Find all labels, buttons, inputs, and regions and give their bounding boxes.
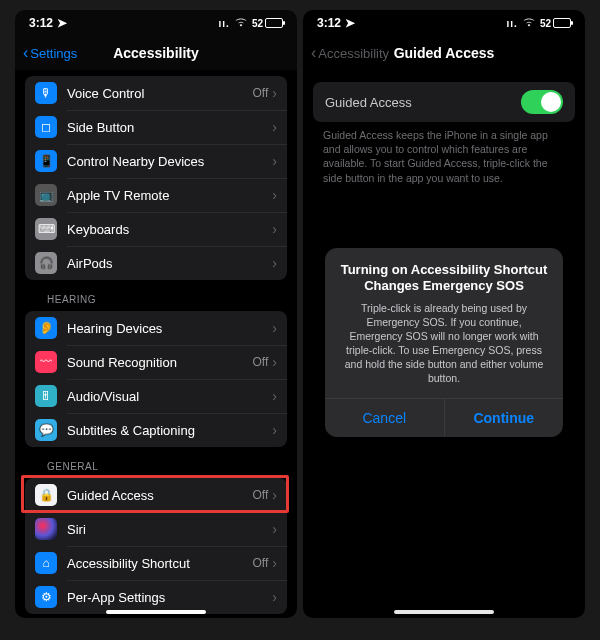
home-indicator[interactable] — [106, 610, 206, 614]
sound-recognition-icon: 〰 — [35, 351, 57, 373]
per-app-settings-icon: ⚙ — [35, 586, 57, 608]
row-label: Audio/Visual — [67, 389, 272, 404]
chevron-right-icon: › — [272, 422, 277, 438]
row-label: Siri — [67, 522, 272, 537]
emergency-sos-alert: Turning on Accessibility Shortcut Change… — [325, 248, 563, 437]
audio-visual-icon: 🎚 — [35, 385, 57, 407]
page-title: Accessibility — [113, 45, 199, 61]
battery-icon: 52 — [252, 18, 283, 29]
row-label: Side Button — [67, 120, 272, 135]
row-label: Keyboards — [67, 222, 272, 237]
chevron-right-icon: › — [272, 388, 277, 404]
row-label: Apple TV Remote — [67, 188, 272, 203]
chevron-right-icon: › — [272, 354, 277, 370]
chevron-right-icon: › — [272, 119, 277, 135]
location-icon: ➤ — [345, 16, 355, 30]
settings-row[interactable]: 👂Hearing Devices› — [25, 311, 287, 345]
row-label: Subtitles & Captioning — [67, 423, 272, 438]
apple-tv-remote-icon: 📺 — [35, 184, 57, 206]
row-label: Sound Recognition — [67, 355, 253, 370]
settings-row[interactable]: 💬Subtitles & Captioning› — [25, 413, 287, 447]
subtitles-captioning-icon: 💬 — [35, 419, 57, 441]
settings-row[interactable]: 〰Sound RecognitionOff› — [25, 345, 287, 379]
alert-continue-button[interactable]: Continue — [444, 399, 564, 437]
home-indicator[interactable] — [394, 610, 494, 614]
chevron-left-icon: ‹ — [311, 45, 316, 61]
status-bar: 3:12 ➤ ıı. 52 — [15, 10, 297, 36]
chevron-right-icon: › — [272, 521, 277, 537]
alert-cancel-button[interactable]: Cancel — [325, 399, 444, 437]
row-status: Off — [253, 355, 269, 369]
chevron-right-icon: › — [272, 187, 277, 203]
row-status: Off — [253, 86, 269, 100]
back-button[interactable]: ‹ Settings — [23, 45, 113, 61]
settings-row[interactable]: Siri› — [25, 512, 287, 546]
alert-message: Triple-click is already being used by Em… — [339, 301, 549, 386]
control-nearby-devices-icon: 📱 — [35, 150, 57, 172]
chevron-right-icon: › — [272, 589, 277, 605]
screenshot-accessibility-settings: 3:12 ➤ ıı. 52 ‹ Settings — [15, 10, 297, 618]
settings-group: 🔒Guided AccessOff›Siri›⌂Accessibility Sh… — [25, 478, 287, 614]
settings-row[interactable]: 🎧AirPods› — [25, 246, 287, 280]
back-label: Accessibility — [318, 46, 389, 61]
row-label: Per-App Settings — [67, 590, 272, 605]
nav-header: ‹ Accessibility Guided Access — [303, 36, 585, 70]
status-time: 3:12 — [29, 16, 53, 30]
settings-row[interactable]: ⚙Per-App Settings› — [25, 580, 287, 614]
row-status: Off — [253, 556, 269, 570]
row-label: Guided Access — [67, 488, 253, 503]
row-label: Hearing Devices — [67, 321, 272, 336]
toggle-label: Guided Access — [325, 95, 521, 110]
settings-row[interactable]: 📱Control Nearby Devices› — [25, 144, 287, 178]
status-bar: 3:12 ➤ ıı. 52 — [303, 10, 585, 36]
guided-access-toggle-row[interactable]: Guided Access — [313, 82, 575, 122]
side-button-icon: ◻ — [35, 116, 57, 138]
settings-row[interactable]: 📺Apple TV Remote› — [25, 178, 287, 212]
location-icon: ➤ — [57, 16, 67, 30]
row-label: Voice Control — [67, 86, 253, 101]
back-button[interactable]: ‹ Accessibility — [311, 45, 394, 61]
screenshot-guided-access: 3:12 ➤ ıı. 52 ‹ Accessibility Guided Acc… — [303, 10, 585, 618]
siri-icon — [35, 518, 57, 540]
chevron-right-icon: › — [272, 487, 277, 503]
battery-icon: 52 — [540, 18, 571, 29]
alert-title: Turning on Accessibility Shortcut Change… — [339, 262, 549, 295]
settings-group: 🎙Voice ControlOff›◻Side Button›📱Control … — [25, 76, 287, 280]
cellular-signal-icon: ıı. — [507, 18, 518, 29]
accessibility-shortcut-icon: ⌂ — [35, 552, 57, 574]
keyboards-icon: ⌨ — [35, 218, 57, 240]
wifi-icon — [234, 17, 248, 29]
settings-row[interactable]: 🎙Voice ControlOff› — [25, 76, 287, 110]
settings-row[interactable]: ◻Side Button› — [25, 110, 287, 144]
chevron-right-icon: › — [272, 221, 277, 237]
row-label: Control Nearby Devices — [67, 154, 272, 169]
toggle-switch[interactable] — [521, 90, 563, 114]
chevron-right-icon: › — [272, 85, 277, 101]
airpods-icon: 🎧 — [35, 252, 57, 274]
guided-access-help-text: Guided Access keeps the iPhone in a sing… — [303, 122, 585, 185]
chevron-right-icon: › — [272, 555, 277, 571]
chevron-left-icon: ‹ — [23, 45, 28, 61]
row-label: AirPods — [67, 256, 272, 271]
page-title: Guided Access — [394, 45, 495, 61]
wifi-icon — [522, 17, 536, 29]
section-header: HEARING — [15, 280, 297, 311]
cellular-signal-icon: ıı. — [219, 18, 230, 29]
row-status: Off — [253, 488, 269, 502]
hearing-devices-icon: 👂 — [35, 317, 57, 339]
settings-row[interactable]: ⌨Keyboards› — [25, 212, 287, 246]
back-label: Settings — [30, 46, 77, 61]
settings-row[interactable]: 🎚Audio/Visual› — [25, 379, 287, 413]
chevron-right-icon: › — [272, 153, 277, 169]
settings-scroll[interactable]: 🎙Voice ControlOff›◻Side Button›📱Control … — [15, 70, 297, 618]
status-time: 3:12 — [317, 16, 341, 30]
row-label: Accessibility Shortcut — [67, 556, 253, 571]
settings-group: 👂Hearing Devices›〰Sound RecognitionOff›🎚… — [25, 311, 287, 447]
voice-control-icon: 🎙 — [35, 82, 57, 104]
guided-access-icon: 🔒 — [35, 484, 57, 506]
nav-header: ‹ Settings Accessibility — [15, 36, 297, 70]
settings-row[interactable]: 🔒Guided AccessOff› — [25, 478, 287, 512]
chevron-right-icon: › — [272, 320, 277, 336]
settings-row[interactable]: ⌂Accessibility ShortcutOff› — [25, 546, 287, 580]
chevron-right-icon: › — [272, 255, 277, 271]
